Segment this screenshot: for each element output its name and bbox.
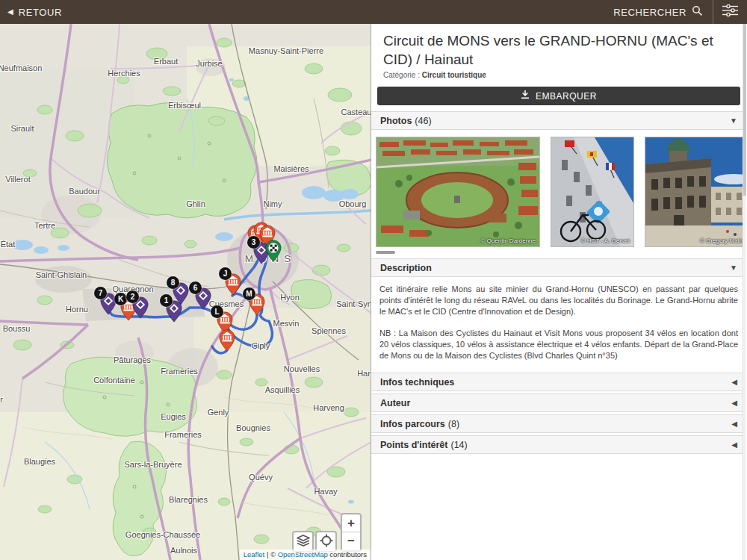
map-place-label: Hautrage-État bbox=[0, 240, 15, 249]
map-place-label: Sars-la-Bruyère bbox=[124, 460, 182, 469]
photo-caption: © Quentin Dardenne bbox=[481, 237, 536, 244]
section-auteur[interactable]: Auteur ◀ bbox=[371, 393, 746, 412]
chevron-collapsed-icon: ◀ bbox=[731, 420, 737, 428]
map-place-label: Boussu bbox=[3, 324, 31, 333]
marker-badge: 1 bbox=[160, 294, 173, 307]
map-place-label: Havay bbox=[314, 487, 337, 496]
map-marker-6[interactable]: 6 bbox=[195, 287, 211, 310]
photos-scrollbar[interactable] bbox=[376, 251, 395, 254]
map-place-label: Ciply bbox=[252, 341, 270, 350]
photo-thumbnail-grand-hornu[interactable]: © Quentin Dardenne bbox=[376, 137, 540, 247]
map-place-label: Quévy bbox=[249, 473, 273, 482]
map-place-label: Blaregnies bbox=[169, 495, 208, 504]
map[interactable]: NeufmaisonHerchiesErbautJurbiseMasnuy-Sa… bbox=[0, 24, 371, 560]
map-place-label: Ghlin bbox=[186, 199, 205, 208]
chevron-collapsed-icon: ◀ bbox=[731, 378, 737, 386]
layers-icon bbox=[297, 535, 310, 550]
description-paragraph: NB : La Maison des Cyclistes du Hainaut … bbox=[379, 328, 738, 361]
embark-button[interactable]: EMBARQUER bbox=[377, 87, 740, 105]
section-infos-parcours[interactable]: Infos parcours (8) ◀ bbox=[371, 414, 746, 433]
map-marker-M[interactable]: M bbox=[249, 293, 265, 316]
zoom-out-button[interactable]: − bbox=[342, 532, 360, 550]
panel-scrollbar[interactable] bbox=[743, 24, 746, 560]
map-marker-museum[interactable] bbox=[219, 329, 235, 352]
chevron-collapsed-icon: ◀ bbox=[731, 441, 737, 449]
section-infos-techniques[interactable]: Infos techniques ◀ bbox=[371, 373, 746, 391]
embark-label: EMBARQUER bbox=[536, 91, 597, 102]
map-place-label: Goegnies-Chaussée bbox=[125, 530, 200, 539]
top-bar: ◀ RETOUR RECHERCHER bbox=[0, 0, 747, 24]
map-place-label: Erbaut bbox=[154, 57, 178, 66]
chevron-expanded-icon: ▼ bbox=[730, 264, 737, 272]
photos-title: Photos bbox=[380, 116, 412, 126]
marker-badge: 6 bbox=[189, 281, 202, 294]
map-place-label: Neufmaison bbox=[0, 63, 42, 72]
map-place-label: Mesvin bbox=[273, 319, 300, 328]
marker-badge: 2 bbox=[126, 290, 139, 303]
map-marker-2[interactable]: 2 bbox=[132, 296, 149, 319]
map-place-label: Villerot bbox=[5, 175, 30, 184]
map-place-label: Erbisœul bbox=[168, 101, 201, 110]
map-place-label: Maisières bbox=[273, 164, 309, 173]
category-line: Catégorie : Circuit touristique bbox=[383, 71, 734, 79]
marker-badge: J bbox=[219, 267, 232, 280]
map-place-label: Casteau bbox=[341, 108, 371, 116]
map-place-label: Hornu bbox=[66, 305, 88, 314]
photo-thumbnail-facade[interactable]: © HCT - A. Genart bbox=[551, 137, 634, 247]
map-place-label: Baudour bbox=[69, 187, 100, 196]
section-points-interet[interactable]: Points d'intérêt (14) ◀ bbox=[371, 435, 746, 454]
map-place-label: Herchies bbox=[108, 69, 140, 78]
search-icon bbox=[692, 5, 703, 19]
map-place-label: Masnuy-Saint-Pierre bbox=[249, 46, 323, 55]
map-place-label: Nimy bbox=[263, 199, 282, 208]
map-place-label: Harmignies bbox=[357, 369, 371, 378]
map-marker-1[interactable]: 1 bbox=[166, 300, 182, 323]
osm-link[interactable]: OpenStreetMap bbox=[278, 550, 328, 559]
photos-section-header[interactable]: Photos (46) ▼ bbox=[371, 111, 746, 130]
marker-badge: M bbox=[243, 287, 255, 300]
zoom-control: + − bbox=[341, 513, 362, 552]
filters-button[interactable] bbox=[713, 4, 747, 20]
map-place-label: Pâturages bbox=[114, 355, 151, 364]
map-attribution: Leaflet | © OpenStreetMap contributors bbox=[240, 550, 371, 560]
photo-caption: © Gregory Mathelot bbox=[700, 237, 746, 244]
map-place-label: Dour bbox=[0, 395, 3, 404]
map-place-label: Harveng bbox=[313, 403, 344, 412]
sliders-icon bbox=[722, 4, 738, 20]
map-place-label: Frameries bbox=[161, 367, 198, 376]
marker-badge: 8 bbox=[167, 276, 179, 289]
chevron-expanded-icon: ▼ bbox=[730, 116, 737, 125]
category-value: Circuit touristique bbox=[422, 71, 486, 79]
map-place-label: Obourg bbox=[339, 199, 367, 208]
map-place-label: Hyon bbox=[280, 293, 300, 302]
crosshair-icon bbox=[320, 534, 333, 550]
map-place-label: Genly bbox=[208, 408, 229, 417]
map-place-label: Saint-Symphorien bbox=[336, 299, 371, 308]
marker-badge: 7 bbox=[94, 287, 107, 299]
map-place-label: Blaugies bbox=[24, 457, 55, 466]
map-place-label: Tertre bbox=[34, 221, 55, 230]
map-marker-J[interactable]: J bbox=[225, 273, 241, 296]
leaflet-link[interactable]: Leaflet bbox=[244, 550, 265, 559]
back-button[interactable]: ◀ RETOUR bbox=[0, 7, 62, 18]
map-place-label: Spiennes bbox=[311, 326, 346, 335]
page-title: Circuit de MONS vers le GRAND-HORNU (MAC… bbox=[383, 31, 734, 69]
description-body: Cet itinéraire relie Mons au site minier… bbox=[371, 277, 746, 370]
map-place-label: Bougnies bbox=[236, 423, 270, 432]
map-place-label: Eugies bbox=[161, 412, 186, 421]
download-icon bbox=[521, 90, 530, 102]
map-place-label: Frameries bbox=[164, 430, 202, 439]
photo-thumbnail-city-hall[interactable]: © Gregory Mathelot bbox=[645, 137, 746, 247]
description-title: Description bbox=[380, 263, 432, 273]
description-section-header[interactable]: Description ▼ bbox=[371, 258, 746, 277]
zoom-in-button[interactable]: + bbox=[342, 514, 360, 532]
map-place-label: Saint-Ghislain bbox=[36, 270, 87, 279]
marker-badge: 3 bbox=[247, 236, 260, 249]
map-marker-finish[interactable] bbox=[265, 240, 282, 262]
map-place-label: Jurbise bbox=[196, 59, 222, 68]
photos-strip[interactable]: © Quentin Dardenne bbox=[376, 137, 746, 247]
search-button[interactable]: RECHERCHER bbox=[604, 5, 713, 19]
map-place-label: Sirault bbox=[10, 124, 34, 133]
back-label: RETOUR bbox=[19, 7, 62, 18]
photos-count: (46) bbox=[415, 116, 431, 126]
